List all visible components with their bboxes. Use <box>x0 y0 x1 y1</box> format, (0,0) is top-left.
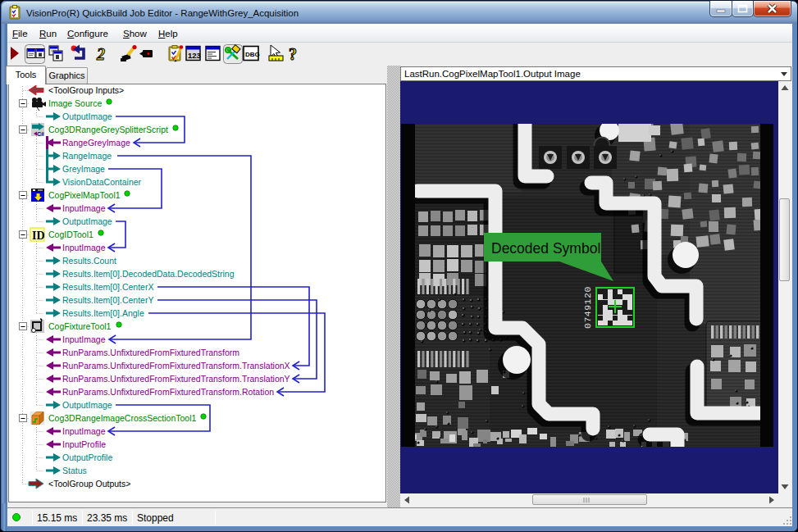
svg-text:InputProfile: InputProfile <box>62 439 106 449</box>
svg-text:OutputImage: OutputImage <box>62 400 112 410</box>
svg-text:CogIDTool1: CogIDTool1 <box>48 230 93 239</box>
svg-text:InputImage: InputImage <box>62 426 106 436</box>
svg-text:RangeImage: RangeImage <box>62 151 112 161</box>
svg-text:Results.Item[0].Angle: Results.Item[0].Angle <box>62 308 144 318</box>
svg-text:RangeGreyImage: RangeGreyImage <box>62 138 130 148</box>
svg-text:Image Source: Image Source <box>48 98 103 108</box>
svg-text:0749120: 0749120 <box>582 286 593 329</box>
svg-text:Decoded Symbol: Decoded Symbol <box>491 240 600 257</box>
svg-text:Cog3DRangeImageCrossSectionToo: Cog3DRangeImageCrossSectionTool1 <box>48 413 197 423</box>
svg-text:RunParams.UnfixturedFromFixtur: RunParams.UnfixturedFromFixturedTransfor… <box>62 387 274 397</box>
svg-text:InputImage: InputImage <box>62 203 106 213</box>
svg-text:2: 2 <box>96 45 105 63</box>
svg-text:Results.Item[0].CenterX: Results.Item[0].CenterX <box>62 282 153 292</box>
svg-text:Results.Item[0].CenterY: Results.Item[0].CenterY <box>62 295 153 305</box>
svg-text:InputImage: InputImage <box>62 334 106 344</box>
svg-text:?: ? <box>289 45 297 63</box>
svg-text:OutputProfile: OutputProfile <box>62 452 112 462</box>
svg-text:DBG: DBG <box>245 51 260 58</box>
svg-text:123: 123 <box>188 51 201 60</box>
svg-text:<ToolGroup Inputs>: <ToolGroup Inputs> <box>48 85 124 95</box>
svg-text:OutputImage: OutputImage <box>62 111 112 121</box>
svg-text:VisionDataContainer: VisionDataContainer <box>62 177 142 187</box>
svg-text:InputImage: InputImage <box>62 243 106 252</box>
svg-text:OutputImage: OutputImage <box>62 216 112 226</box>
svg-text:RunParams.UnfixturedFromFixtur: RunParams.UnfixturedFromFixturedTransfor… <box>62 361 290 371</box>
svg-text:C#: C# <box>37 131 44 137</box>
svg-text:<ToolGroup Outputs>: <ToolGroup Outputs> <box>48 479 130 489</box>
svg-text:Results.Item[0].DecodedData.De: Results.Item[0].DecodedData.DecodedStrin… <box>62 269 235 279</box>
svg-text:CogFixtureTool1: CogFixtureTool1 <box>48 321 112 331</box>
svg-text:Status: Status <box>62 466 87 475</box>
svg-text:RunParams.UnfixturedFromFixtur: RunParams.UnfixturedFromFixturedTransfor… <box>62 348 239 357</box>
svg-text:CogPixelMapTool1: CogPixelMapTool1 <box>48 190 121 200</box>
svg-text:Cog3DRangeGreySplitterScript: Cog3DRangeGreySplitterScript <box>48 125 168 134</box>
svg-text:ID: ID <box>32 230 45 242</box>
svg-text:RunParams.UnfixturedFromFixtur: RunParams.UnfixturedFromFixturedTransfor… <box>62 374 290 384</box>
svg-text:GreyImage: GreyImage <box>62 164 105 174</box>
svg-text:Results.Count: Results.Count <box>62 256 116 266</box>
